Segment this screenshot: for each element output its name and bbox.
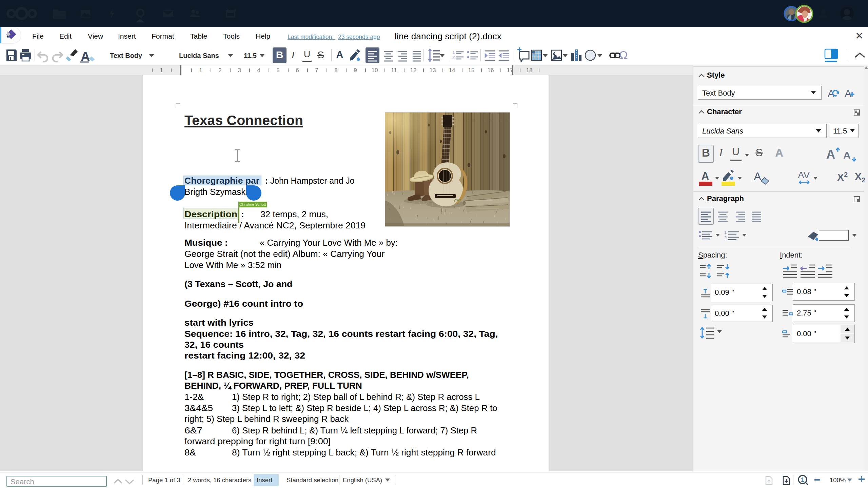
- svg-text:A: A: [826, 147, 835, 161]
- svg-text:A: A: [828, 88, 834, 99]
- svg-text:1: 1: [724, 230, 727, 235]
- svg-text:AV: AV: [798, 170, 810, 180]
- svg-text:A: A: [843, 149, 851, 161]
- svg-text:2: 2: [453, 55, 455, 60]
- svg-text:2: 2: [724, 235, 727, 240]
- svg-text:1: 1: [801, 476, 804, 483]
- svg-text:A: A: [845, 88, 851, 99]
- svg-text:1: 1: [453, 50, 455, 55]
